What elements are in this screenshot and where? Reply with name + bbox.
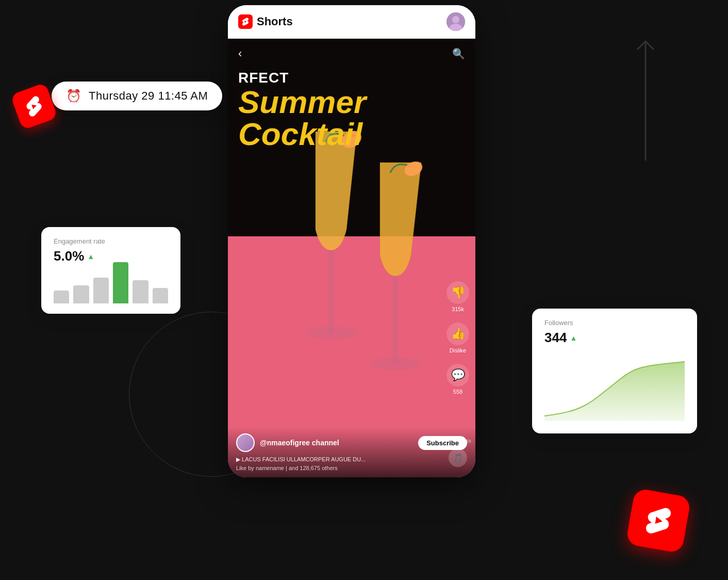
bar-5 xyxy=(133,280,148,303)
red-badge-left xyxy=(10,83,58,130)
bar-1 xyxy=(54,291,69,303)
header-left: Shorts xyxy=(238,14,293,29)
bar-2 xyxy=(73,285,89,303)
svg-rect-6 xyxy=(393,276,398,364)
followers-value: 344 ▲ xyxy=(544,330,685,346)
time-display: Thursday 29 11:45 AM xyxy=(89,89,208,103)
text-overlay: RFECT SummerCocktail xyxy=(228,59,450,160)
bar-6 xyxy=(153,288,168,303)
shorts-title: Shorts xyxy=(257,15,293,28)
svg-point-1 xyxy=(452,16,459,23)
shorts-logo-icon xyxy=(238,14,253,29)
search-icon[interactable]: 🔍 xyxy=(452,47,465,60)
phone-mockup: Shorts RFECT SummerCocktail xyxy=(228,5,475,477)
svg-rect-3 xyxy=(328,250,334,333)
svg-point-4 xyxy=(305,327,357,339)
engagement-bar-chart xyxy=(54,272,168,303)
followers-widget: Followers 344 ▲ xyxy=(532,309,697,433)
glasses-svg xyxy=(228,116,475,436)
bar-3 xyxy=(93,278,109,303)
shorts-badge-icon-right xyxy=(639,502,677,540)
svg-point-7 xyxy=(371,358,420,370)
music-icon: 🎵 xyxy=(449,448,467,467)
user-avatar-header[interactable] xyxy=(446,12,465,31)
video-caption: ▶ LACUS FACILISI ULLAMCORPER AUGUE DU... xyxy=(236,456,467,463)
like-icon: 👍 xyxy=(446,323,469,345)
user-row: @nmaeofigree channel Subscribe xyxy=(236,433,467,452)
back-button[interactable]: ‹ xyxy=(238,47,242,60)
like-action[interactable]: 👍 Dislike xyxy=(446,323,469,353)
followers-area-chart xyxy=(544,359,685,421)
comments-action[interactable]: 💬 558 xyxy=(446,364,469,395)
action-buttons: 👎 315k 👍 Dislike 💬 558 xyxy=(446,281,469,395)
followers-up-arrow: ▲ xyxy=(570,334,577,342)
dislike-action[interactable]: 👎 315k xyxy=(446,281,469,312)
dislike-label: Dislike xyxy=(450,347,466,353)
engagement-widget: Engagement rate 5.0% ▲ xyxy=(41,227,180,314)
comments-icon: 💬 xyxy=(446,364,469,386)
dislike-count: 315k xyxy=(452,306,464,312)
video-nav: ‹ 🔍 xyxy=(228,39,475,69)
engagement-value: 5.0% ▲ xyxy=(54,248,168,264)
followers-label: Followers xyxy=(544,319,685,327)
red-badge-right xyxy=(625,488,691,553)
cocktail-glasses xyxy=(228,116,475,436)
avatar-img xyxy=(446,12,465,31)
summer-cocktail-text: SummerCocktail xyxy=(238,86,439,150)
phone-header: Shorts xyxy=(228,5,475,39)
comments-count: 558 xyxy=(453,389,462,395)
clock-icon: ⏰ xyxy=(66,89,81,103)
video-likes: Like by namename | and 128,675 others xyxy=(236,465,467,471)
dislike-icon: 👎 xyxy=(446,281,469,304)
subscribe-button[interactable]: Subscribe xyxy=(418,436,467,450)
user-info-bar: @nmaeofigree channel Subscribe ▶ LACUS F… xyxy=(228,427,475,477)
username-label: @nmaeofigree channel xyxy=(260,439,339,447)
shorts-icon-svg xyxy=(241,17,250,26)
time-widget: ⏰ Thursday 29 11:45 AM xyxy=(52,82,222,110)
shorts-badge-icon-left xyxy=(20,92,48,120)
channel-avatar xyxy=(236,433,255,452)
engagement-label: Engagement rate xyxy=(54,237,168,245)
bar-4 xyxy=(113,262,128,303)
video-area: RFECT SummerCocktail xyxy=(228,39,475,477)
engagement-up-arrow: ▲ xyxy=(87,252,94,261)
arrow-decoration xyxy=(625,31,666,165)
